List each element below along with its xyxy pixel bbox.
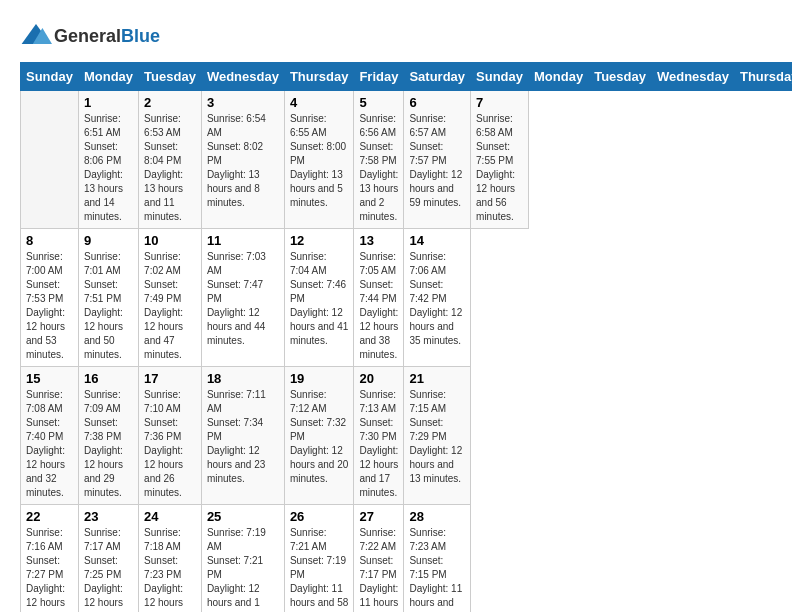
day-detail: Sunrise: 6:57 AM Sunset: 7:57 PM Dayligh…: [409, 112, 465, 210]
day-number: 15: [26, 371, 73, 386]
day-number: 4: [290, 95, 349, 110]
header-friday: Friday: [354, 63, 404, 91]
day-cell-14: 14 Sunrise: 7:06 AM Sunset: 7:42 PM Dayl…: [404, 229, 471, 367]
day-cell-12: 12 Sunrise: 7:04 AM Sunset: 7:46 PM Dayl…: [284, 229, 354, 367]
header-monday: Monday: [78, 63, 138, 91]
day-number: 24: [144, 509, 196, 524]
day-number: 9: [84, 233, 133, 248]
day-number: 14: [409, 233, 465, 248]
day-number: 27: [359, 509, 398, 524]
page-header: GeneralBlue: [20, 20, 772, 52]
header-sunday: Sunday: [21, 63, 79, 91]
day-detail: Sunrise: 7:04 AM Sunset: 7:46 PM Dayligh…: [290, 250, 349, 348]
day-number: 11: [207, 233, 279, 248]
day-cell-1: 1 Sunrise: 6:51 AM Sunset: 8:06 PM Dayli…: [78, 91, 138, 229]
day-cell-20: 20 Sunrise: 7:13 AM Sunset: 7:30 PM Dayl…: [354, 367, 404, 505]
col-header-tuesday: Tuesday: [589, 63, 652, 91]
day-detail: Sunrise: 7:00 AM Sunset: 7:53 PM Dayligh…: [26, 250, 73, 362]
day-cell-10: 10 Sunrise: 7:02 AM Sunset: 7:49 PM Dayl…: [139, 229, 202, 367]
day-detail: Sunrise: 7:12 AM Sunset: 7:32 PM Dayligh…: [290, 388, 349, 486]
day-cell-18: 18 Sunrise: 7:11 AM Sunset: 7:34 PM Dayl…: [201, 367, 284, 505]
day-cell-22: 22 Sunrise: 7:16 AM Sunset: 7:27 PM Dayl…: [21, 505, 79, 613]
day-cell-27: 27 Sunrise: 7:22 AM Sunset: 7:17 PM Dayl…: [354, 505, 404, 613]
day-cell-23: 23 Sunrise: 7:17 AM Sunset: 7:25 PM Dayl…: [78, 505, 138, 613]
logo-text: GeneralBlue: [54, 26, 160, 47]
day-detail: Sunrise: 7:05 AM Sunset: 7:44 PM Dayligh…: [359, 250, 398, 362]
header-thursday: Thursday: [284, 63, 354, 91]
day-number: 12: [290, 233, 349, 248]
day-cell-17: 17 Sunrise: 7:10 AM Sunset: 7:36 PM Dayl…: [139, 367, 202, 505]
day-cell-2: 2 Sunrise: 6:53 AM Sunset: 8:04 PM Dayli…: [139, 91, 202, 229]
day-cell-25: 25 Sunrise: 7:19 AM Sunset: 7:21 PM Dayl…: [201, 505, 284, 613]
day-detail: Sunrise: 7:03 AM Sunset: 7:47 PM Dayligh…: [207, 250, 279, 348]
day-cell-8: 8 Sunrise: 7:00 AM Sunset: 7:53 PM Dayli…: [21, 229, 79, 367]
day-detail: Sunrise: 7:09 AM Sunset: 7:38 PM Dayligh…: [84, 388, 133, 500]
day-number: 10: [144, 233, 196, 248]
day-cell-21: 21 Sunrise: 7:15 AM Sunset: 7:29 PM Dayl…: [404, 367, 471, 505]
day-number: 23: [84, 509, 133, 524]
day-detail: Sunrise: 7:17 AM Sunset: 7:25 PM Dayligh…: [84, 526, 133, 612]
day-detail: Sunrise: 7:02 AM Sunset: 7:49 PM Dayligh…: [144, 250, 196, 362]
day-detail: Sunrise: 6:55 AM Sunset: 8:00 PM Dayligh…: [290, 112, 349, 210]
day-cell-6: 6 Sunrise: 6:57 AM Sunset: 7:57 PM Dayli…: [404, 91, 471, 229]
day-cell-16: 16 Sunrise: 7:09 AM Sunset: 7:38 PM Dayl…: [78, 367, 138, 505]
day-detail: Sunrise: 7:18 AM Sunset: 7:23 PM Dayligh…: [144, 526, 196, 612]
calendar-header-row: SundayMondayTuesdayWednesdayThursdayFrid…: [21, 63, 793, 91]
day-number: 18: [207, 371, 279, 386]
day-cell-28: 28 Sunrise: 7:23 AM Sunset: 7:15 PM Dayl…: [404, 505, 471, 613]
day-cell-15: 15 Sunrise: 7:08 AM Sunset: 7:40 PM Dayl…: [21, 367, 79, 505]
day-number: 16: [84, 371, 133, 386]
col-header-wednesday: Wednesday: [651, 63, 734, 91]
day-detail: Sunrise: 7:16 AM Sunset: 7:27 PM Dayligh…: [26, 526, 73, 612]
day-detail: Sunrise: 6:56 AM Sunset: 7:58 PM Dayligh…: [359, 112, 398, 224]
day-detail: Sunrise: 7:01 AM Sunset: 7:51 PM Dayligh…: [84, 250, 133, 362]
day-number: 21: [409, 371, 465, 386]
day-number: 17: [144, 371, 196, 386]
day-detail: Sunrise: 7:08 AM Sunset: 7:40 PM Dayligh…: [26, 388, 73, 500]
day-detail: Sunrise: 7:23 AM Sunset: 7:15 PM Dayligh…: [409, 526, 465, 612]
day-number: 3: [207, 95, 279, 110]
day-number: 26: [290, 509, 349, 524]
header-saturday: Saturday: [404, 63, 471, 91]
day-detail: Sunrise: 6:58 AM Sunset: 7:55 PM Dayligh…: [476, 112, 523, 224]
day-number: 1: [84, 95, 133, 110]
day-cell-9: 9 Sunrise: 7:01 AM Sunset: 7:51 PM Dayli…: [78, 229, 138, 367]
day-cell-3: 3 Sunrise: 6:54 AM Sunset: 8:02 PM Dayli…: [201, 91, 284, 229]
day-detail: Sunrise: 6:54 AM Sunset: 8:02 PM Dayligh…: [207, 112, 279, 210]
calendar-table: SundayMondayTuesdayWednesdayThursdayFrid…: [20, 62, 792, 612]
header-tuesday: Tuesday: [139, 63, 202, 91]
day-detail: Sunrise: 7:11 AM Sunset: 7:34 PM Dayligh…: [207, 388, 279, 486]
day-cell-11: 11 Sunrise: 7:03 AM Sunset: 7:47 PM Dayl…: [201, 229, 284, 367]
day-detail: Sunrise: 7:06 AM Sunset: 7:42 PM Dayligh…: [409, 250, 465, 348]
day-number: 2: [144, 95, 196, 110]
day-detail: Sunrise: 6:51 AM Sunset: 8:06 PM Dayligh…: [84, 112, 133, 224]
day-detail: Sunrise: 6:53 AM Sunset: 8:04 PM Dayligh…: [144, 112, 196, 224]
day-cell-24: 24 Sunrise: 7:18 AM Sunset: 7:23 PM Dayl…: [139, 505, 202, 613]
day-cell-13: 13 Sunrise: 7:05 AM Sunset: 7:44 PM Dayl…: [354, 229, 404, 367]
day-number: 8: [26, 233, 73, 248]
day-number: 6: [409, 95, 465, 110]
day-cell-4: 4 Sunrise: 6:55 AM Sunset: 8:00 PM Dayli…: [284, 91, 354, 229]
logo: GeneralBlue: [20, 20, 160, 52]
day-number: 22: [26, 509, 73, 524]
day-detail: Sunrise: 7:13 AM Sunset: 7:30 PM Dayligh…: [359, 388, 398, 500]
day-number: 5: [359, 95, 398, 110]
col-header-sunday: Sunday: [471, 63, 529, 91]
day-detail: Sunrise: 7:15 AM Sunset: 7:29 PM Dayligh…: [409, 388, 465, 486]
day-detail: Sunrise: 7:10 AM Sunset: 7:36 PM Dayligh…: [144, 388, 196, 500]
day-number: 19: [290, 371, 349, 386]
day-cell-7: 7 Sunrise: 6:58 AM Sunset: 7:55 PM Dayli…: [471, 91, 529, 229]
day-number: 28: [409, 509, 465, 524]
day-cell-5: 5 Sunrise: 6:56 AM Sunset: 7:58 PM Dayli…: [354, 91, 404, 229]
day-number: 25: [207, 509, 279, 524]
day-cell-19: 19 Sunrise: 7:12 AM Sunset: 7:32 PM Dayl…: [284, 367, 354, 505]
empty-cell: [21, 91, 79, 229]
day-detail: Sunrise: 7:22 AM Sunset: 7:17 PM Dayligh…: [359, 526, 398, 612]
day-number: 20: [359, 371, 398, 386]
day-number: 13: [359, 233, 398, 248]
logo-icon: [20, 20, 52, 52]
week-row-1: 1 Sunrise: 6:51 AM Sunset: 8:06 PM Dayli…: [21, 91, 793, 229]
day-number: 7: [476, 95, 523, 110]
week-row-4: 22 Sunrise: 7:16 AM Sunset: 7:27 PM Dayl…: [21, 505, 793, 613]
col-header-monday: Monday: [529, 63, 589, 91]
